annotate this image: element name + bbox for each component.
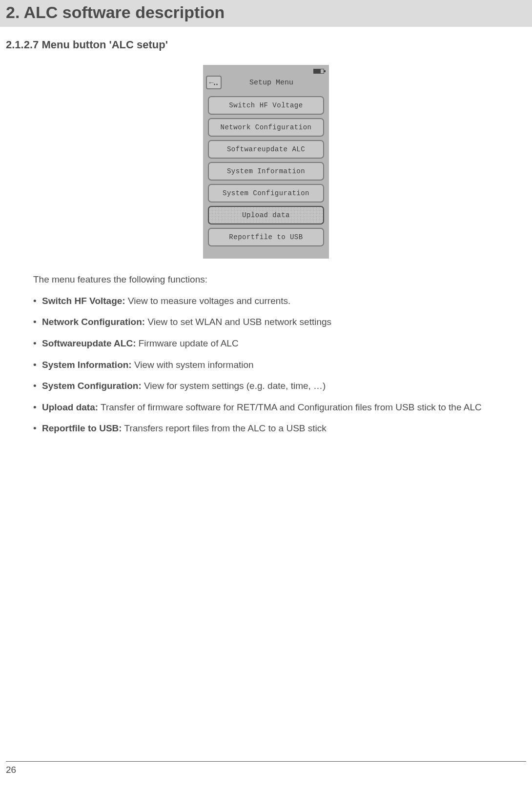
- device-menu-item[interactable]: Network Configuration: [208, 118, 324, 137]
- device-menu-item[interactable]: System Configuration: [208, 184, 324, 202]
- bullet-desc: Transfer of firmware software for RET/TM…: [98, 402, 482, 412]
- bullet-desc: View with system information: [132, 360, 254, 370]
- page-header: 2. ALC software description: [0, 0, 532, 27]
- list-item: System Information: View with system inf…: [33, 359, 522, 371]
- section-title: 2.1.2.7 Menu button 'ALC setup': [6, 39, 532, 51]
- intro-line: The menu features the following function…: [33, 273, 522, 286]
- list-item: Reportfile to USB: Transfers report file…: [33, 422, 522, 435]
- device-screen: ←‥ Setup Menu Switch HF VoltageNetwork C…: [203, 65, 329, 259]
- bullet-desc: View to measure voltages and currents.: [125, 296, 291, 306]
- device-menu-item[interactable]: Switch HF Voltage: [208, 96, 324, 115]
- bullet-desc: View to set WLAN and USB network setting…: [145, 317, 331, 327]
- bullet-term: Softwareupdate ALC:: [42, 338, 136, 348]
- bullet-term: Upload data:: [42, 402, 98, 412]
- device-screenshot-wrapper: ←‥ Setup Menu Switch HF VoltageNetwork C…: [0, 65, 532, 259]
- device-menu-item[interactable]: Softwareupdate ALC: [208, 140, 324, 159]
- bullet-term: System Configuration:: [42, 381, 142, 391]
- bullet-term: System Information:: [42, 360, 132, 370]
- status-bar: [206, 69, 326, 76]
- bullet-term: Network Configuration:: [42, 317, 145, 327]
- device-top-row: ←‥ Setup Menu: [206, 76, 326, 89]
- page-title: 2. ALC software description: [6, 3, 526, 22]
- bullet-desc: Transfers report files from the ALC to a…: [122, 423, 327, 433]
- device-menu-item[interactable]: Upload data: [208, 206, 324, 224]
- bullet-desc: View for system settings (e.g. date, tim…: [142, 381, 326, 391]
- page-footer: 26: [6, 761, 526, 775]
- list-item: Network Configuration: View to set WLAN …: [33, 316, 522, 328]
- page-number: 26: [6, 765, 16, 775]
- list-item: System Configuration: View for system se…: [33, 380, 522, 392]
- device-menu-title: Setup Menu: [226, 79, 326, 87]
- body-text: The menu features the following function…: [33, 273, 522, 435]
- device-menu-item[interactable]: Reportfile to USB: [208, 228, 324, 246]
- device-menu-item[interactable]: System Information: [208, 162, 324, 181]
- battery-icon: [313, 69, 324, 74]
- bullet-term: Switch HF Voltage:: [42, 296, 125, 306]
- back-button[interactable]: ←‥: [206, 76, 222, 89]
- bullet-list: Switch HF Voltage: View to measure volta…: [33, 295, 522, 435]
- list-item: Switch HF Voltage: View to measure volta…: [33, 295, 522, 307]
- bullet-term: Reportfile to USB:: [42, 423, 122, 433]
- device-menu-buttons: Switch HF VoltageNetwork ConfigurationSo…: [206, 96, 326, 246]
- list-item: Upload data: Transfer of firmware softwa…: [33, 401, 522, 414]
- list-item: Softwareupdate ALC: Firmware update of A…: [33, 337, 522, 350]
- bullet-desc: Firmware update of ALC: [136, 338, 238, 348]
